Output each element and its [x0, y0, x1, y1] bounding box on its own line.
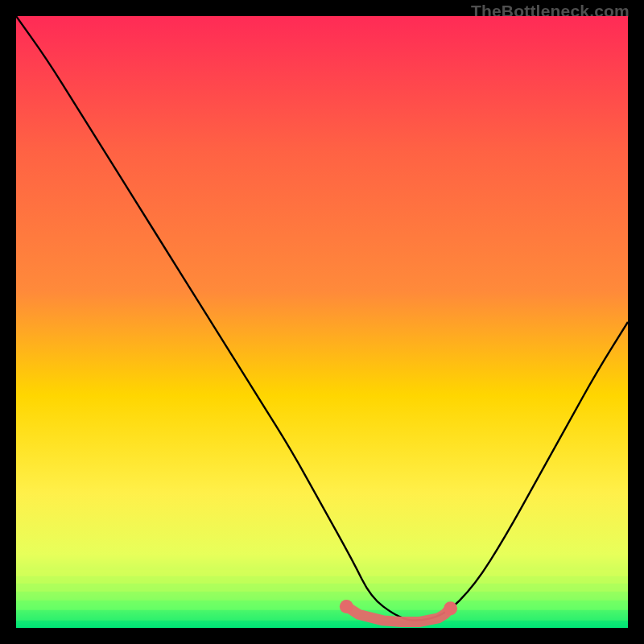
- svg-point-7: [340, 600, 353, 613]
- plot-area: [16, 16, 628, 628]
- svg-rect-4: [16, 601, 628, 610]
- chart-frame: TheBottleneck.com: [0, 0, 644, 644]
- gradient-bg: [16, 16, 628, 628]
- svg-rect-6: [16, 621, 628, 628]
- svg-rect-5: [16, 610, 628, 621]
- svg-rect-2: [16, 584, 628, 592]
- bottom-bands: [16, 570, 628, 628]
- svg-rect-1: [16, 576, 628, 584]
- svg-rect-0: [16, 570, 628, 576]
- svg-rect-3: [16, 592, 628, 601]
- svg-point-8: [444, 601, 457, 615]
- chart-svg: [16, 16, 628, 628]
